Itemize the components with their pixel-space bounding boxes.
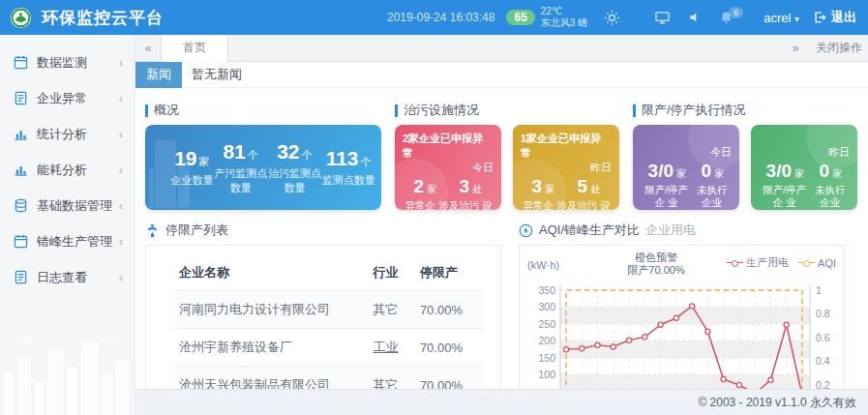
restriction-today-card[interactable]: 今日 3/0 家 0 家 限产/停产企 业 未执行企业 (633, 125, 739, 210)
sidebar-item-data-monitoring[interactable]: 数据监测 ‹ (0, 44, 135, 80)
section-title-treatment: 治污设施情况 (395, 102, 619, 119)
legend-marker-icon (798, 259, 815, 266)
factory-watermark-icon (805, 125, 857, 169)
overview-group: 概况 19家 企业数量 81个 产污监测点 数量 (145, 102, 381, 210)
aqi-chart-panel: AQI/错峰生产对比 企业用电 (kW·h) 橙色预警 限产70.00% 生产用… (519, 222, 845, 400)
user-dropdown[interactable]: acrel ▾ (763, 11, 799, 25)
overview-card[interactable]: 19家 企业数量 81个 产污监测点 数量 32个 治污监测点 数量 113 (145, 125, 381, 210)
factory-watermark-icon (395, 158, 449, 210)
svg-text:0.8: 0.8 (816, 308, 830, 319)
table-row[interactable]: 河南同力电力设计有限公司 其它 70.00% (175, 291, 483, 329)
svg-text:100: 100 (538, 369, 555, 380)
cell-industry-link[interactable]: 工业 (369, 329, 416, 367)
table-row[interactable]: 沧州宇新养殖设备厂 工业 70.00% (175, 329, 483, 367)
tab-home[interactable]: 首页 (161, 35, 228, 62)
main-content: « 首页 » 关闭操作 新闻 暂无新闻 概况 (135, 35, 868, 415)
treatment-today-card[interactable]: 2家企业已申报异常 今日 2 家 3 处 异常企业 涉及治污 设施 (395, 125, 501, 210)
cell-enterprise-name: 河南同力电力设计有限公司 (175, 291, 369, 329)
speaker-icon[interactable] (688, 11, 702, 24)
sidebar-item-base-data[interactable]: 基础数据管理 ‹ (0, 188, 135, 223)
col-restriction: 停限产 (416, 255, 483, 291)
top-header: 环保监控云平台 2019-09-24 16:03:48 65 22℃ 东北风3 … (0, 0, 868, 35)
legend-marker-icon (727, 259, 743, 266)
news-content: 暂无新闻 (192, 66, 242, 83)
notification-count-badge: 6 (729, 7, 743, 18)
treatment-group: 治污设施情况 2家企业已申报异常 今日 2 家 3 处 异常企业 (395, 102, 619, 210)
svg-text:200: 200 (538, 335, 555, 346)
database-icon (14, 198, 28, 213)
footer: © 2003 - 2019 v1.1.0 永久有效 (135, 389, 868, 415)
cell-restriction: 70.00% (416, 329, 483, 367)
weather-summary: 22℃ 东北风3 晴 (541, 6, 587, 30)
chevron-left-icon: ‹ (119, 55, 123, 70)
chevron-left-icon: ‹ (119, 127, 123, 141)
chevron-left-icon: ‹ (119, 163, 123, 177)
document-icon (14, 270, 28, 284)
svg-text:1: 1 (816, 284, 822, 296)
legend-production-power[interactable]: 生产用电 (727, 255, 789, 270)
bottom-panels-section: 停限产列表 企业名称 行业 停限产 (135, 210, 868, 400)
notifications-bell-icon[interactable]: 6 (719, 11, 733, 25)
section-title-overview: 概况 (145, 102, 381, 119)
cell-restriction: 70.00% (416, 291, 483, 329)
sidebar-item-log-view[interactable]: 日志查看 ‹ (0, 259, 135, 295)
table-header-row: 企业名称 行业 停限产 (175, 255, 483, 291)
sidebar-item-label: 错峰生产管理 (37, 233, 112, 251)
header-right-cluster: 2019-09-24 16:03:48 65 22℃ 东北风3 晴 (387, 6, 856, 30)
chevron-left-icon: ‹ (119, 91, 123, 105)
svg-text:0.4: 0.4 (816, 355, 830, 367)
factory-watermark-icon (687, 125, 739, 169)
restriction-yesterday-card[interactable]: 昨日 3/0 家 0 家 限产/停产企 业 未执行企业 (751, 125, 857, 210)
warning-annotation: 橙色预警 限产70.00% (585, 252, 727, 277)
treatment-yesterday-card[interactable]: 1家企业已申报异常 昨日 3 家 5 处 异常企业 涉及治污 设施 (513, 125, 619, 210)
aqi-badge: 65 (506, 10, 534, 25)
copyright-text: © 2003 - 2019 v1.1.0 永久有效 (698, 395, 856, 411)
caret-down-icon: ▾ (794, 14, 799, 24)
col-industry: 行业 (369, 255, 416, 291)
summary-cards-section: 概况 19家 企业数量 81个 产污监测点 数量 (135, 88, 868, 210)
stat-monitor-points: 113个 监测点数量 (322, 147, 375, 187)
cell-industry: 其它 (369, 291, 416, 329)
username: acrel (763, 11, 791, 25)
stat-pollution-points: 81个 产污监测点 数量 (214, 140, 267, 194)
svg-text:250: 250 (538, 318, 555, 330)
logout-label: 退出 (831, 9, 856, 26)
sidebar-item-label: 数据监测 (37, 54, 87, 72)
news-bar: 新闻 暂无新闻 (135, 62, 868, 88)
bar-chart-icon (14, 127, 28, 141)
building-watermark-icon (149, 131, 194, 208)
aqi-chart-title: AQI/错峰生产对比 企业用电 (519, 222, 845, 239)
sidebar-item-energy-analysis[interactable]: 能耗分析 ‹ (0, 152, 135, 188)
sidebar-item-enterprise-anomaly[interactable]: 企业异常 ‹ (0, 80, 135, 116)
close-operations-button[interactable]: 关闭操作 (808, 40, 868, 56)
chart-subtitle: 企业用电 (645, 222, 696, 239)
monitor-icon[interactable] (654, 10, 671, 25)
sidebar-item-staggered-production[interactable]: 错峰生产管理 ‹ (0, 223, 135, 259)
y-axis-unit-label: (kW·h) (527, 252, 585, 271)
svg-text:150: 150 (538, 352, 555, 364)
sidebar-item-label: 基础数据管理 (37, 197, 112, 215)
tab-bar: « 首页 » 关闭操作 (135, 35, 868, 62)
scroll-tabs-left-icon[interactable]: « (135, 41, 161, 55)
sidebar-item-label: 企业异常 (37, 90, 87, 107)
restriction-group: 限产/停产执行情况 今日 3/0 家 0 家 限产/停产企 业 (633, 102, 857, 210)
col-enterprise-name: 企业名称 (175, 255, 369, 291)
sun-weather-icon (604, 10, 620, 26)
legend-aqi[interactable]: AQI (798, 255, 836, 270)
exit-icon (813, 11, 826, 24)
app-title: 环保监控云平台 (42, 7, 164, 29)
bar-chart-icon (14, 163, 28, 177)
svg-text:300: 300 (538, 301, 555, 312)
restriction-list-title: 停限产列表 (145, 222, 501, 239)
restriction-table: 企业名称 行业 停限产 河南同力电力设计有限公司 其它 70.00% (175, 255, 483, 403)
sidebar: 数据监测 ‹ 企业异常 ‹ 统计分析 ‹ 能耗分析 ‹ (0, 35, 135, 415)
document-icon (14, 91, 28, 105)
chevron-left-icon: ‹ (119, 234, 123, 249)
city-skyline-watermark (0, 313, 135, 415)
scroll-tabs-right-icon[interactable]: » (783, 41, 808, 55)
factory-watermark-icon (513, 158, 567, 210)
tab-home-label: 首页 (183, 40, 206, 56)
sidebar-item-statistics[interactable]: 统计分析 ‹ (0, 116, 135, 152)
svg-text:0.6: 0.6 (816, 332, 830, 343)
logout-button[interactable]: 退出 (813, 9, 856, 26)
